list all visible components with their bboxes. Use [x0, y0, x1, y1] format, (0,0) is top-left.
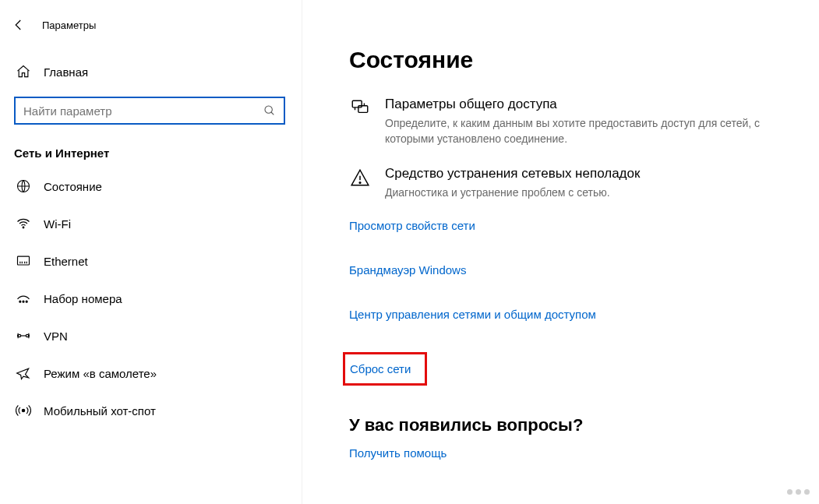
link-get-help[interactable]: Получить помощь — [349, 446, 447, 460]
highlighted-reset: Сброс сети — [343, 352, 427, 386]
svg-point-7 — [18, 334, 20, 337]
nav-wifi-label: Wi-Fi — [33, 217, 71, 231]
nav-vpn-label: VPN — [33, 330, 68, 343]
link-sharing-center[interactable]: Центр управления сетями и общим доступом — [349, 308, 596, 321]
svg-point-2 — [23, 227, 24, 228]
airplane-icon — [14, 365, 33, 381]
header-row: Параметры — [0, 9, 302, 56]
sharing-title: Параметры общего доступа — [385, 97, 788, 112]
search-input[interactable] — [23, 104, 263, 118]
nav-airplane[interactable]: Режим «в самолете» — [0, 354, 302, 392]
hotspot-icon — [14, 403, 33, 418]
sharing-text: Параметры общего доступа Определите, к к… — [371, 97, 788, 147]
sharing-option[interactable]: Параметры общего доступа Определите, к к… — [349, 97, 788, 147]
svg-point-9 — [22, 409, 24, 411]
link-firewall[interactable]: Брандмауэр Windows — [349, 263, 466, 277]
svg-point-8 — [26, 334, 28, 337]
search-box[interactable] — [14, 97, 285, 125]
link-properties[interactable]: Просмотр свойств сети — [349, 219, 475, 232]
home-nav[interactable]: Главная — [0, 56, 302, 87]
vpn-icon — [14, 328, 33, 344]
warning-icon — [349, 166, 371, 188]
back-button[interactable] — [0, 12, 37, 37]
sidebar: Параметры Главная Сеть и Интернет Состоя… — [0, 0, 302, 504]
troubleshoot-text: Средство устранения сетевых неполадок Ди… — [371, 166, 788, 200]
link-network-reset[interactable]: Сброс сети — [350, 362, 411, 375]
nav-status-label: Состояние — [33, 180, 102, 193]
category-title: Сеть и Интернет — [0, 139, 302, 167]
nav-ethernet-label: Ethernet — [33, 255, 88, 268]
nav-dialup[interactable]: Набор номера — [0, 280, 302, 317]
search-icon — [263, 104, 276, 117]
svg-point-0 — [265, 106, 272, 113]
globe-icon — [14, 178, 33, 194]
troubleshoot-desc: Диагностика и устранение проблем с сетью… — [385, 185, 788, 200]
nav-airplane-label: Режим «в самолете» — [33, 367, 157, 380]
app-title: Параметры — [37, 19, 96, 31]
main-content: Состояние Параметры общего доступа Опред… — [302, 0, 819, 504]
svg-point-12 — [359, 182, 361, 183]
page-dots — [787, 489, 810, 495]
wifi-icon — [14, 216, 33, 231]
home-icon — [14, 64, 33, 79]
home-label: Главная — [33, 65, 88, 79]
nav-hotspot[interactable]: Мобильный хот-спот — [0, 392, 302, 429]
search-wrap — [0, 87, 302, 139]
svg-point-6 — [26, 301, 27, 302]
nav-wifi[interactable]: Wi-Fi — [0, 205, 302, 242]
troubleshoot-title: Средство устранения сетевых неполадок — [385, 166, 788, 182]
svg-point-4 — [19, 301, 21, 302]
svg-point-5 — [23, 301, 24, 302]
nav-status[interactable]: Состояние — [0, 167, 302, 205]
svg-rect-11 — [358, 106, 368, 113]
nav-ethernet[interactable]: Ethernet — [0, 242, 302, 280]
nav-vpn[interactable]: VPN — [0, 317, 302, 354]
ethernet-icon — [14, 253, 33, 269]
arrow-left-icon — [12, 18, 26, 32]
sharing-desc: Определите, к каким данным вы хотите пре… — [385, 115, 788, 147]
troubleshoot-option[interactable]: Средство устранения сетевых неполадок Ди… — [349, 166, 788, 200]
nav-dialup-label: Набор номера — [33, 292, 122, 305]
question-heading: У вас появились вопросы? — [349, 415, 788, 435]
sharing-icon — [349, 97, 371, 118]
svg-rect-3 — [18, 256, 30, 265]
nav-hotspot-label: Мобильный хот-спот — [33, 404, 156, 418]
svg-rect-10 — [352, 100, 362, 107]
dialup-icon — [14, 291, 33, 306]
page-title: Состояние — [349, 47, 788, 73]
